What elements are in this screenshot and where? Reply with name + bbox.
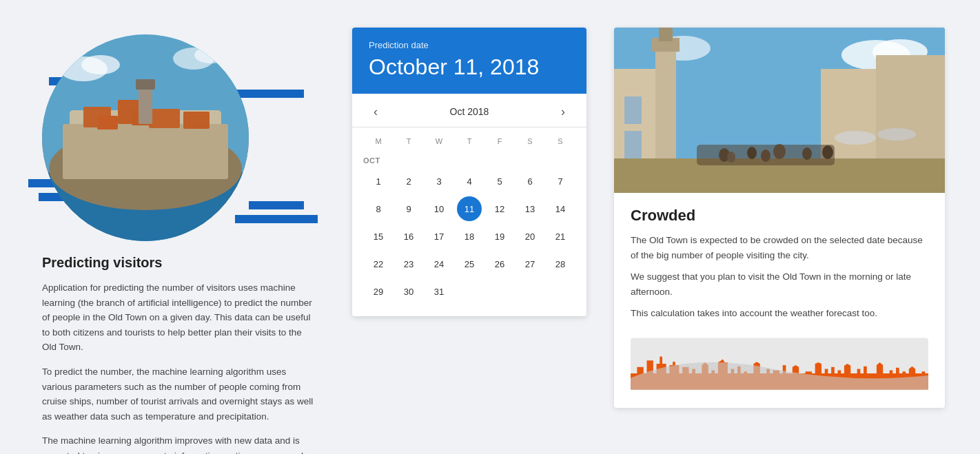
calendar-card: Prediction date October 11, 2018 ‹ Oct 2… — [352, 28, 586, 316]
deco-bar-top-3 — [235, 90, 304, 98]
calendar-day — [548, 279, 573, 304]
svg-rect-8 — [183, 112, 210, 129]
svg-rect-40 — [697, 145, 835, 165]
calendar-day — [487, 279, 512, 304]
left-panel: Predicting visitors Application for pred… — [35, 28, 325, 454]
calendar-day[interactable]: 3 — [427, 169, 451, 194]
day-header-w: W — [424, 133, 454, 149]
calendar-day[interactable]: 27 — [518, 251, 542, 276]
prediction-date-label: Prediction date — [369, 40, 570, 50]
svg-rect-24 — [624, 131, 642, 158]
day-header-t2: T — [454, 133, 484, 149]
svg-rect-9 — [97, 116, 118, 130]
calendar-day[interactable]: 15 — [366, 224, 391, 249]
section-heading: Predicting visitors — [42, 255, 318, 271]
calendar-day[interactable]: 20 — [518, 224, 542, 249]
city-photo-circle — [42, 34, 249, 241]
svg-rect-12 — [136, 79, 155, 90]
calendar-day[interactable]: 6 — [518, 169, 542, 194]
para-1: Application for predicting the number of… — [42, 280, 318, 355]
calendar-day[interactable]: 11 — [457, 196, 482, 221]
calendar-day[interactable]: 9 — [396, 196, 421, 221]
svg-point-14 — [81, 55, 120, 74]
deco-bar-right-1 — [235, 215, 318, 223]
calendar-day[interactable]: 29 — [366, 279, 391, 304]
deco-bar-right-2 — [249, 201, 304, 209]
svg-rect-7 — [149, 109, 180, 128]
main-container: Predicting visitors Application for pred… — [0, 0, 980, 454]
calendar-day[interactable]: 2 — [396, 169, 421, 194]
calendar-day[interactable]: 16 — [396, 224, 421, 249]
selected-date-display: October 11, 2018 — [369, 54, 570, 80]
calendar-day[interactable]: 19 — [487, 224, 512, 249]
calendar-day[interactable]: 30 — [396, 279, 421, 304]
day-header-f: F — [484, 133, 515, 149]
hero-image-area — [35, 28, 297, 241]
calendar-day[interactable]: 12 — [487, 196, 512, 221]
days-grid: 1234567891011121314151617181920212223242… — [363, 167, 575, 305]
month-label: OCT — [363, 152, 575, 167]
calendar-day[interactable]: 21 — [548, 224, 573, 249]
result-card: Crowded The Old Town is expected to be c… — [614, 28, 945, 408]
calendar-day[interactable]: 13 — [518, 196, 542, 221]
center-panel: Prediction date October 11, 2018 ‹ Oct 2… — [352, 28, 586, 316]
calendar-header: Prediction date October 11, 2018 — [352, 28, 586, 94]
calendar-day[interactable]: 26 — [487, 251, 512, 276]
para-3: The machine learning algorithm improves … — [42, 433, 318, 454]
result-para-2: We suggest that you plan to visit the Ol… — [631, 269, 928, 299]
right-panel: Crowded The Old Town is expected to be c… — [614, 28, 945, 408]
text-section: Predicting visitors Application for pred… — [35, 255, 325, 454]
svg-point-39 — [877, 128, 916, 141]
svg-point-16 — [194, 47, 227, 63]
result-para-1: The Old Town is expected to be crowded o… — [631, 233, 928, 262]
calendar-day[interactable]: 18 — [457, 224, 482, 249]
result-content: Crowded The Old Town is expected to be c… — [614, 193, 945, 408]
calendar-day[interactable]: 22 — [366, 251, 391, 276]
month-year-label: Oct 2018 — [450, 106, 489, 117]
calendar-day[interactable]: 25 — [457, 251, 482, 276]
calendar-day — [457, 279, 482, 304]
day-header-s1: S — [515, 133, 545, 149]
calendar-day[interactable]: 4 — [457, 169, 482, 194]
calendar-day[interactable]: 7 — [548, 169, 573, 194]
result-photo — [614, 28, 945, 193]
calendar-day[interactable]: 10 — [427, 196, 451, 221]
calendar-nav: ‹ Oct 2018 › — [352, 94, 586, 127]
result-para-3: This calculation takes into account the … — [631, 306, 928, 321]
calendar-day[interactable]: 8 — [366, 196, 391, 221]
svg-rect-4 — [63, 124, 228, 179]
svg-rect-27 — [659, 28, 673, 41]
city-silhouette-chart — [631, 336, 928, 391]
day-header-s2: S — [545, 133, 575, 149]
calendar-day — [518, 279, 542, 304]
calendar-day[interactable]: 5 — [487, 169, 512, 194]
day-headers: M T W T F S S — [363, 133, 575, 149]
calendar-day[interactable]: 17 — [427, 224, 451, 249]
prev-month-button[interactable]: ‹ — [366, 102, 385, 121]
calendar-day[interactable]: 24 — [427, 251, 451, 276]
svg-point-38 — [835, 131, 876, 145]
svg-rect-23 — [624, 96, 642, 124]
crowding-status: Crowded — [631, 207, 928, 225]
calendar-day[interactable]: 31 — [427, 279, 451, 304]
calendar-day[interactable]: 23 — [396, 251, 421, 276]
para-2: To predict the number, the machine learn… — [42, 364, 318, 424]
day-header-t1: T — [394, 133, 424, 149]
calendar-body: M T W T F S S OCT 1234567891011121314151… — [352, 127, 586, 316]
calendar-day[interactable]: 1 — [366, 169, 391, 194]
day-header-m: M — [363, 133, 394, 149]
next-month-button[interactable]: › — [553, 102, 573, 121]
calendar-day[interactable]: 14 — [548, 196, 573, 221]
calendar-day[interactable]: 28 — [548, 251, 573, 276]
